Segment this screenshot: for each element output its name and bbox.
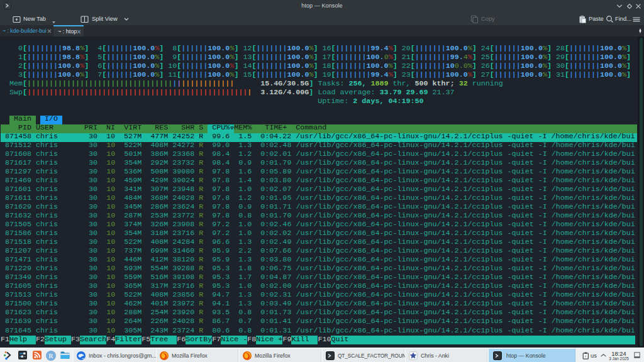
svg-text:R: R <box>48 351 53 359</box>
